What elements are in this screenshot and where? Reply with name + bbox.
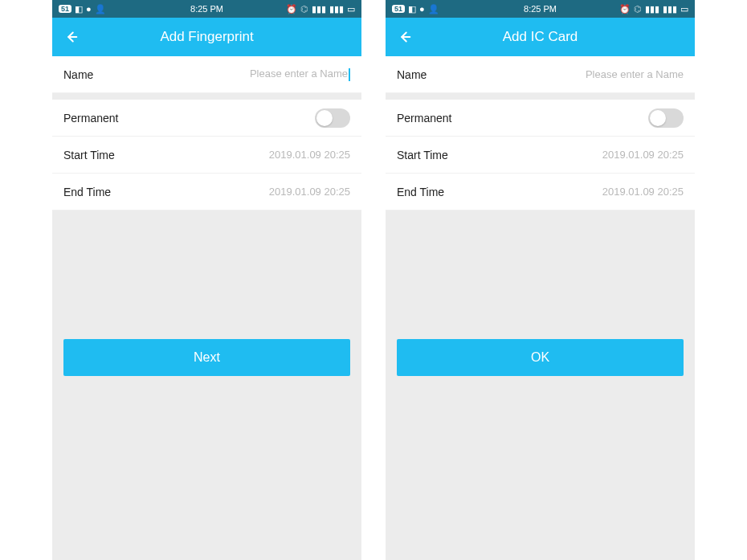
end-time-label: End Time <box>397 186 444 198</box>
content-filler: Next <box>52 211 361 560</box>
name-row[interactable]: Name Please enter a Name <box>52 56 361 93</box>
start-time-value: 2019.01.09 20:25 <box>269 149 350 161</box>
end-time-value: 2019.01.09 20:25 <box>269 186 350 198</box>
next-button[interactable]: Next <box>63 339 350 376</box>
status-time: 8:25 PM <box>190 4 223 14</box>
end-time-row[interactable]: End Time 2019.01.09 20:25 <box>386 174 695 211</box>
name-label: Name <box>63 68 93 81</box>
permanent-toggle[interactable] <box>315 108 350 128</box>
status-badge: 51 <box>59 5 71 13</box>
status-right-icons: ⏰ ⌬ ▮▮▮ ▮▮▮ ▭ <box>286 4 355 14</box>
bluetooth-icon: ⌬ <box>634 4 642 14</box>
signal-icon-2: ▮▮▮ <box>663 4 677 14</box>
start-time-row[interactable]: Start Time 2019.01.09 20:25 <box>386 137 695 174</box>
status-left-icons: 51 ◧ ● 👤 <box>392 4 439 14</box>
name-input[interactable]: Please enter a Name <box>250 67 350 81</box>
form-list: Name Please enter a Name Permanent Start… <box>386 56 695 211</box>
section-gap <box>52 93 361 100</box>
content-filler: OK <box>386 211 695 560</box>
permanent-row: Permanent <box>52 100 361 137</box>
permanent-label: Permanent <box>397 112 451 125</box>
battery-icon: ▭ <box>347 4 355 14</box>
section-gap <box>386 93 695 100</box>
message-icon: ● <box>419 4 425 14</box>
start-time-value: 2019.01.09 20:25 <box>602 149 684 161</box>
statusbar: 51 ◧ ● 👤 8:25 PM ⏰ ⌬ ▮▮▮ ▮▮▮ ▭ <box>386 0 695 18</box>
page-title: Add Fingerprint <box>160 29 253 45</box>
end-time-row[interactable]: End Time 2019.01.09 20:25 <box>52 174 361 211</box>
page-title: Add IC Card <box>503 29 578 45</box>
ok-button[interactable]: OK <box>397 339 684 376</box>
name-input[interactable]: Please enter a Name <box>586 68 684 80</box>
name-row[interactable]: Name Please enter a Name <box>386 56 695 93</box>
back-button[interactable] <box>62 28 80 46</box>
bluetooth-icon: ⌬ <box>300 4 308 14</box>
status-right-icons: ⏰ ⌬ ▮▮▮ ▮▮▮ ▭ <box>619 4 688 14</box>
permanent-label: Permanent <box>63 112 118 125</box>
back-arrow-icon <box>395 28 413 46</box>
statusbar: 51 ◧ ● 👤 8:25 PM ⏰ ⌬ ▮▮▮ ▮▮▮ ▭ <box>52 0 361 18</box>
status-time: 8:25 PM <box>524 4 557 14</box>
signal-icon: ▮▮▮ <box>312 4 326 14</box>
app-icon: ◧ <box>75 4 83 14</box>
alarm-icon: ⏰ <box>619 4 631 14</box>
status-badge: 51 <box>392 5 405 13</box>
start-time-label: Start Time <box>397 149 448 161</box>
alarm-icon: ⏰ <box>286 4 297 14</box>
phone-screen-1: 51 ◧ ● 👤 8:25 PM ⏰ ⌬ ▮▮▮ ▮▮▮ ▭ Add Finge… <box>52 0 361 560</box>
permanent-row: Permanent <box>386 100 695 137</box>
form-list: Name Please enter a Name Permanent Start… <box>52 56 361 211</box>
app-icon: ◧ <box>408 4 416 14</box>
message-icon: ● <box>86 4 92 14</box>
signal-icon-2: ▮▮▮ <box>329 4 344 14</box>
navbar: Add IC Card <box>386 18 695 56</box>
text-cursor-icon <box>349 68 350 81</box>
person-icon: 👤 <box>428 4 439 14</box>
phone-screen-2: 51 ◧ ● 👤 8:25 PM ⏰ ⌬ ▮▮▮ ▮▮▮ ▭ Add IC Ca… <box>386 0 695 560</box>
back-arrow-icon <box>62 28 80 46</box>
start-time-label: Start Time <box>63 149 115 161</box>
permanent-toggle[interactable] <box>648 108 684 128</box>
name-label: Name <box>397 68 427 81</box>
end-time-label: End Time <box>63 186 111 198</box>
end-time-value: 2019.01.09 20:25 <box>602 186 684 198</box>
battery-icon: ▭ <box>680 4 688 14</box>
signal-icon: ▮▮▮ <box>645 4 659 14</box>
status-left-icons: 51 ◧ ● 👤 <box>59 4 106 14</box>
navbar: Add Fingerprint <box>52 18 361 56</box>
person-icon: 👤 <box>95 4 106 14</box>
start-time-row[interactable]: Start Time 2019.01.09 20:25 <box>52 137 361 174</box>
back-button[interactable] <box>395 28 413 46</box>
